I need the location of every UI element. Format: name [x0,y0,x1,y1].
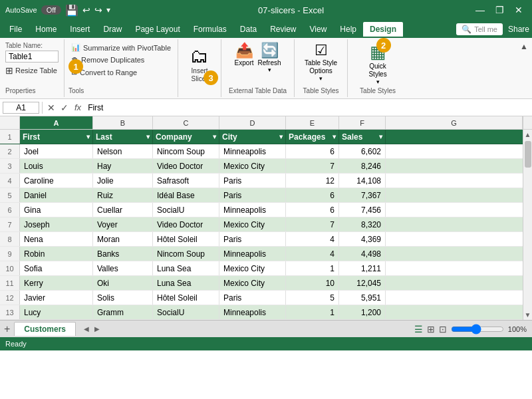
cell-e[interactable]: 4 [286,247,339,261]
undo-button[interactable]: ↩ [82,5,90,15]
header-cell-packages[interactable]: Packages▾ [286,130,339,144]
vertical-scrollbar[interactable]: ▲ ▼ [523,130,532,320]
cell-c[interactable]: Nincom Soup [153,144,219,158]
cell-f[interactable]: 8,320 [339,217,386,231]
cell-d[interactable]: Mexico City [219,261,286,275]
redo-button[interactable]: ↪ [94,5,102,15]
tab-view[interactable]: View [303,22,334,37]
zoom-slider[interactable] [451,325,504,333]
cell-e[interactable]: 5 [286,291,339,305]
scroll-up-button[interactable]: ▲ [523,130,532,140]
share-button[interactable]: Share [508,25,529,34]
cell-c[interactable]: Idéal Base [153,188,219,202]
cell-f[interactable]: 5,951 [339,291,386,305]
cell-c[interactable]: Luna Sea [153,261,219,275]
cell-e[interactable]: 7 [286,159,339,173]
header-cell-last[interactable]: Last▾ [93,130,153,144]
cell-f[interactable]: 12,045 [339,276,386,290]
table-name-input[interactable] [5,51,59,63]
cell-b[interactable]: Valles [93,261,153,275]
cell-b[interactable]: Gramm [93,305,153,319]
sheet-tab-customers[interactable]: Customers [14,322,76,336]
cell-a[interactable]: Lucy [20,305,93,319]
cancel-formula-button[interactable]: ✕ [45,102,57,113]
minimize-button[interactable]: — [471,3,489,17]
cell-e[interactable]: 6 [286,188,339,202]
h-scroll-left[interactable]: ◀ [81,324,92,334]
summarize-pivot-button[interactable]: 📊 Summarize with PivotTable [68,42,174,53]
refresh-button[interactable]: 🔄 Refresh ▾ [258,42,281,73]
add-sheet-button[interactable]: + [0,323,14,335]
cell-b[interactable]: Hay [93,159,153,173]
cell-c[interactable]: Safrasoft [153,174,219,188]
filter-arrow-b[interactable]: ▾ [146,133,150,140]
cell-a[interactable]: Nena [20,232,93,246]
quick-styles-button[interactable]: 2 ▦ QuickStyles ▾ [368,42,386,87]
export-button[interactable]: 📤 Export [235,42,254,66]
cell-a[interactable]: Sofia [20,261,93,275]
cell-c[interactable]: Video Doctor [153,217,219,231]
cell-d[interactable]: Mexico City [219,276,286,290]
header-cell-company[interactable]: Company▾ [153,130,219,144]
col-header-a[interactable]: A [20,116,93,129]
cell-c[interactable]: Luna Sea [153,276,219,290]
maximize-button[interactable]: ❐ [491,3,508,17]
cell-e[interactable]: 10 [286,276,339,290]
tab-data[interactable]: Data [233,22,263,37]
cell-b[interactable]: Nelson [93,144,153,158]
cell-a[interactable]: Caroline [20,174,93,188]
remove-duplicates-button[interactable]: 🗑 Joel Remove Duplicates [68,55,174,65]
filter-arrow-e[interactable]: ▾ [332,133,336,140]
cell-b[interactable]: Voyer [93,217,153,231]
cell-d[interactable]: Minneapolis [219,144,286,158]
cell-b[interactable]: Oki [93,276,153,290]
cell-c[interactable]: Video Doctor [153,159,219,173]
tab-design[interactable]: Design [363,22,403,37]
col-header-f[interactable]: F [339,116,386,129]
cell-b[interactable]: Moran [93,232,153,246]
cell-f[interactable]: 4,369 [339,232,386,246]
cell-a[interactable]: Daniel [20,188,93,202]
cell-c[interactable]: SocialU [153,305,219,319]
tab-page-layout[interactable]: Page Layout [128,22,186,37]
col-header-c[interactable]: C [153,116,219,129]
cell-c[interactable]: Hôtel Soleil [153,232,219,246]
search-box[interactable]: 🔍 Tell me [456,23,503,35]
convert-to-range-button[interactable]: ⊞ Convert to Range [68,66,174,78]
cell-e[interactable]: 1 [286,261,339,275]
cell-f[interactable]: 8,246 [339,159,386,173]
tab-formulas[interactable]: Formulas [187,22,233,37]
confirm-formula-button[interactable]: ✓ [59,102,70,113]
tab-home[interactable]: Home [29,22,63,37]
cell-b[interactable]: Solis [93,291,153,305]
cell-a[interactable]: Louis [20,159,93,173]
cell-d[interactable]: Minneapolis [219,305,286,319]
normal-view-button[interactable]: ☰ [414,324,423,334]
cell-d[interactable]: Mexico City [219,159,286,173]
scroll-thumb[interactable] [525,141,531,168]
col-header-d[interactable]: D [219,116,286,129]
v-scrollbar-top[interactable] [523,116,532,129]
cell-d[interactable]: Mexico City [219,217,286,231]
cell-d[interactable]: Minneapolis [219,203,286,217]
tab-insert[interactable]: Insert [63,22,96,37]
cell-d[interactable]: Paris [219,174,286,188]
page-break-view-button[interactable]: ⊡ [439,324,447,334]
cell-f[interactable]: 6,602 [339,144,386,158]
cell-d[interactable]: Paris [219,232,286,246]
cell-b[interactable]: Jolie [93,174,153,188]
cell-c[interactable]: Hôtel Soleil [153,291,219,305]
page-layout-view-button[interactable]: ⊞ [427,324,435,334]
header-cell-sales[interactable]: Sales▾ [339,130,386,144]
tab-review[interactable]: Review [263,22,303,37]
cell-a[interactable]: Robin [20,247,93,261]
cell-reference-box[interactable] [3,102,39,114]
col-header-b[interactable]: B [93,116,153,129]
tab-file[interactable]: File [3,22,29,37]
header-cell-first[interactable]: First▾ [20,130,93,144]
collapse-ribbon[interactable]: ▲ [516,39,532,54]
col-header-e[interactable]: E [286,116,339,129]
cell-a[interactable]: Joseph [20,217,93,231]
scroll-down-button[interactable]: ▼ [523,310,532,320]
cell-f[interactable]: 1,211 [339,261,386,275]
